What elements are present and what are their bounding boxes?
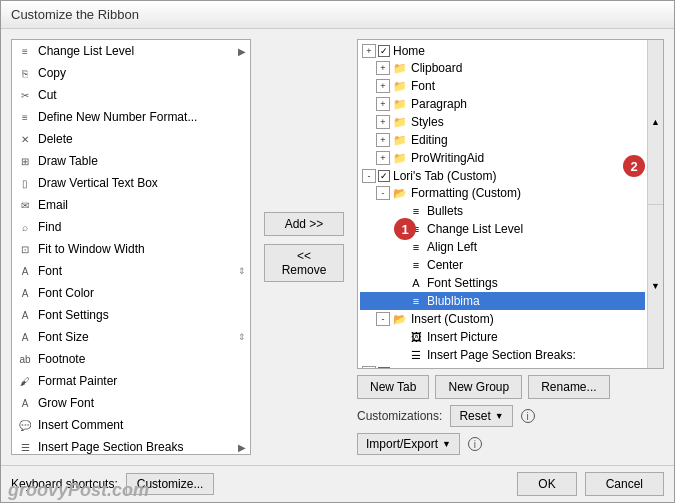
insert-page-r-tree-label: Insert Page Section Breaks: bbox=[427, 348, 576, 362]
loris-tab-expand-icon[interactable]: - bbox=[362, 169, 376, 183]
list-item-cut[interactable]: ✂Cut bbox=[12, 84, 250, 106]
reset-label: Reset bbox=[459, 409, 490, 423]
bullets-tree-label: Bullets bbox=[427, 204, 463, 218]
home-checkbox[interactable]: ✓ bbox=[378, 45, 390, 57]
tree-item-editing[interactable]: +📁Editing bbox=[360, 131, 645, 149]
tree-item-blublbima[interactable]: ≡Blublbima bbox=[360, 292, 645, 310]
tree-item-paragraph[interactable]: +📁Paragraph bbox=[360, 95, 645, 113]
insert-page-r-icon: ☰ bbox=[408, 347, 424, 363]
tree-item-insert-top[interactable]: +Insert bbox=[360, 364, 645, 368]
font-group-expand-icon[interactable]: + bbox=[376, 79, 390, 93]
tree-item-prowritingaid[interactable]: +📁ProWritingAid bbox=[360, 149, 645, 167]
list-item-footnote[interactable]: abFootnote bbox=[12, 348, 250, 370]
cut-icon: ✂ bbox=[16, 86, 34, 104]
tree-item-formatting-custom[interactable]: -📂Formatting (Custom) bbox=[360, 184, 645, 202]
change-list-level-label: Change List Level bbox=[38, 44, 238, 58]
tree-item-clipboard[interactable]: +📁Clipboard bbox=[360, 59, 645, 77]
align-left-icon: ≡ bbox=[408, 239, 424, 255]
tree-item-font-settings-r[interactable]: AFont Settings bbox=[360, 274, 645, 292]
paragraph-expand-icon[interactable]: + bbox=[376, 97, 390, 111]
list-item-font[interactable]: AFont⇕ bbox=[12, 260, 250, 282]
tree-item-styles[interactable]: +📁Styles bbox=[360, 113, 645, 131]
find-icon: ⌕ bbox=[16, 218, 34, 236]
clipboard-expand-icon[interactable]: + bbox=[376, 61, 390, 75]
font-group-tree-label: Font bbox=[411, 79, 435, 93]
scroll-up-button[interactable]: ▲ bbox=[648, 40, 663, 205]
draw-vertical-icon: ▯ bbox=[16, 174, 34, 192]
editing-expand-icon[interactable]: + bbox=[376, 133, 390, 147]
list-item-draw-table[interactable]: ⊞Draw Table bbox=[12, 150, 250, 172]
tree-item-font-group[interactable]: +📁Font bbox=[360, 77, 645, 95]
formatting-custom-expand-icon[interactable]: - bbox=[376, 186, 390, 200]
list-item-grow-font[interactable]: AGrow Font bbox=[12, 392, 250, 414]
font-size-icon: A bbox=[16, 328, 34, 346]
insert-page-section-label: Insert Page Section Breaks bbox=[38, 440, 238, 454]
paragraph-tree-label: Paragraph bbox=[411, 97, 467, 111]
badge-2: 2 bbox=[623, 155, 645, 177]
tree-item-align-left[interactable]: ≡Align Left bbox=[360, 238, 645, 256]
fit-window-icon: ⊡ bbox=[16, 240, 34, 258]
insert-picture-r-tree-label: Insert Picture bbox=[427, 330, 498, 344]
scroll-down-button[interactable]: ▼ bbox=[648, 205, 663, 369]
tree-item-home[interactable]: +✓Home bbox=[360, 42, 645, 59]
ribbon-tree: +✓Home+📁Clipboard+📁Font+📁Paragraph+📁Styl… bbox=[358, 40, 647, 368]
font-settings-r-tree-label: Font Settings bbox=[427, 276, 498, 290]
rename-button[interactable]: Rename... bbox=[528, 375, 609, 399]
styles-tree-label: Styles bbox=[411, 115, 444, 129]
badge-1: 1 bbox=[394, 218, 416, 240]
copy-icon: ⎘ bbox=[16, 64, 34, 82]
tree-item-center[interactable]: ≡Center bbox=[360, 256, 645, 274]
watermark: groovyPost.com bbox=[8, 480, 149, 501]
list-item-email[interactable]: ✉Email bbox=[12, 194, 250, 216]
reset-info-icon[interactable]: i bbox=[521, 409, 535, 423]
insert-custom-expand-icon[interactable]: - bbox=[376, 312, 390, 326]
define-number-label: Define New Number Format... bbox=[38, 110, 246, 124]
font-size-label: Font Size bbox=[38, 330, 234, 344]
list-item-draw-vertical[interactable]: ▯Draw Vertical Text Box bbox=[12, 172, 250, 194]
editing-tree-label: Editing bbox=[411, 133, 448, 147]
tree-item-loris-tab[interactable]: -✓Lori's Tab (Custom) bbox=[360, 167, 645, 184]
import-info-icon[interactable]: i bbox=[468, 437, 482, 451]
loris-tab-checkbox[interactable]: ✓ bbox=[378, 170, 390, 182]
reset-button[interactable]: Reset ▼ bbox=[450, 405, 512, 427]
list-item-font-size[interactable]: AFont Size⇕ bbox=[12, 326, 250, 348]
list-item-find[interactable]: ⌕Find bbox=[12, 216, 250, 238]
list-item-fit-window[interactable]: ⊡Fit to Window Width bbox=[12, 238, 250, 260]
insert-top-checkbox[interactable] bbox=[378, 367, 390, 369]
list-item-insert-page-section[interactable]: ☰Insert Page Section Breaks▶ bbox=[12, 436, 250, 454]
insert-page-section-arrow-icon: ▶ bbox=[238, 442, 246, 453]
find-label: Find bbox=[38, 220, 246, 234]
draw-table-label: Draw Table bbox=[38, 154, 246, 168]
list-item-define-number[interactable]: ≡Define New Number Format... bbox=[12, 106, 250, 128]
import-export-label: Import/Export bbox=[366, 437, 438, 451]
insert-custom-tree-label: Insert (Custom) bbox=[411, 312, 494, 326]
tree-item-insert-page-r[interactable]: ☰Insert Page Section Breaks: bbox=[360, 346, 645, 364]
list-item-delete[interactable]: ✕Delete bbox=[12, 128, 250, 150]
home-expand-icon[interactable]: + bbox=[362, 44, 376, 58]
tree-item-insert-picture-r[interactable]: 🖼Insert Picture bbox=[360, 328, 645, 346]
list-item-insert-comment[interactable]: 💬Insert Comment bbox=[12, 414, 250, 436]
footnote-icon: ab bbox=[16, 350, 34, 368]
insert-top-expand-icon[interactable]: + bbox=[362, 366, 376, 369]
font-size-scroll-icon: ⇕ bbox=[238, 332, 246, 342]
right-action-buttons: New Tab New Group Rename... bbox=[357, 375, 664, 399]
list-item-change-list-level[interactable]: ≡Change List Level▶ bbox=[12, 40, 250, 62]
ok-button[interactable]: OK bbox=[517, 472, 576, 496]
fit-window-label: Fit to Window Width bbox=[38, 242, 246, 256]
email-icon: ✉ bbox=[16, 196, 34, 214]
import-export-button[interactable]: Import/Export ▼ bbox=[357, 433, 460, 455]
tree-item-insert-custom[interactable]: -📂Insert (Custom) bbox=[360, 310, 645, 328]
font-group-folder-icon: 📁 bbox=[392, 78, 408, 94]
styles-expand-icon[interactable]: + bbox=[376, 115, 390, 129]
list-item-format-painter[interactable]: 🖌Format Painter bbox=[12, 370, 250, 392]
cancel-button[interactable]: Cancel bbox=[585, 472, 664, 496]
remove-button[interactable]: << Remove bbox=[264, 244, 344, 282]
list-item-copy[interactable]: ⎘Copy bbox=[12, 62, 250, 84]
prowritingaid-expand-icon[interactable]: + bbox=[376, 151, 390, 165]
add-button[interactable]: Add >> bbox=[264, 212, 344, 236]
new-tab-button[interactable]: New Tab bbox=[357, 375, 429, 399]
font-color-label: Font Color bbox=[38, 286, 246, 300]
list-item-font-settings[interactable]: AFont Settings bbox=[12, 304, 250, 326]
list-item-font-color[interactable]: AFont Color bbox=[12, 282, 250, 304]
new-group-button[interactable]: New Group bbox=[435, 375, 522, 399]
